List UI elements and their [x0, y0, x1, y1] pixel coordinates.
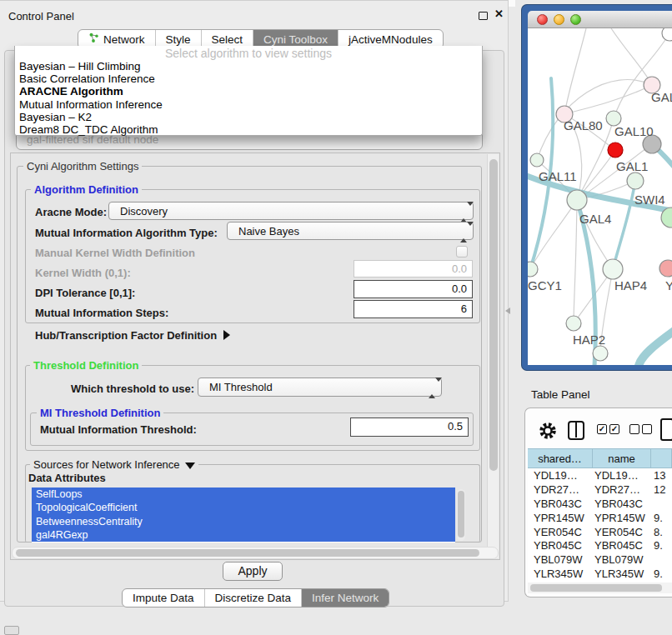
which-threshold-value: MI Threshold — [209, 381, 273, 393]
threshold-definition-label: Threshold Definition — [30, 359, 142, 372]
mi-type-label: Mutual Information Algorithm Type: — [35, 227, 218, 239]
column-header-cut[interactable] — [651, 449, 672, 468]
table-hscroll-thumb[interactable] — [530, 584, 662, 592]
table-cell: YDR27… — [528, 483, 593, 496]
traffic-light-minimize-icon[interactable] — [554, 14, 564, 25]
mi-threshold-field[interactable]: 0.5 — [350, 418, 469, 437]
network-icon — [88, 32, 99, 46]
tab-infer-network[interactable]: Infer Network — [301, 589, 389, 607]
kernel-width-label: Kernel Width (0,1): — [35, 267, 131, 279]
algorithm-option-mutual-information-inference[interactable]: Mutual Information Inference — [15, 98, 482, 111]
network-window-titlebar[interactable] — [528, 11, 672, 28]
node-label-swi4: SWI4 — [634, 192, 665, 207]
network-node-gcy1[interactable] — [528, 262, 538, 277]
hub-definition-expander[interactable]: Hub/Transcription Factor Definition — [35, 329, 230, 342]
gear-icon[interactable] — [538, 420, 558, 445]
algorithm-option-dream8-dc-tdc-algorithm[interactable]: Dream8 DC_TDC Algorithm — [15, 123, 482, 136]
manual-kernel-checkbox[interactable] — [456, 246, 468, 258]
attributes-scrollbar[interactable] — [457, 489, 465, 541]
mi-steps-field[interactable]: 6 — [354, 300, 473, 318]
network-node-gal4[interactable] — [567, 190, 587, 210]
kernel-width-field[interactable]: 0.0 — [354, 260, 473, 278]
table-cell: YBR045C — [593, 539, 651, 552]
apply-button[interactable]: Apply — [223, 562, 283, 581]
table-row[interactable]: YPR145WYPR145W9. — [528, 511, 672, 525]
network-node-hap4[interactable] — [603, 259, 623, 279]
column-header-shared[interactable]: shared… — [528, 449, 593, 468]
table-cell: YLR345W — [593, 568, 651, 580]
table-doc-icon[interactable] — [660, 418, 672, 441]
manual-kernel-label: Manual Kernel Width Definition — [35, 247, 195, 259]
bottom-tab-bar: Impute DataDiscretize DataInfer Network — [122, 588, 389, 608]
tab-label: Select — [212, 33, 243, 46]
hub-definition-label: Hub/Transcription Factor Definition — [35, 329, 217, 342]
tab-label: jActiveMNodules — [349, 33, 433, 46]
which-threshold-combo[interactable]: MI Threshold — [198, 378, 442, 397]
tab-discretize-data[interactable]: Discretize Data — [204, 589, 302, 607]
split-divider-arrow-icon[interactable] — [505, 308, 510, 314]
table-cell: YPR145W — [593, 512, 651, 524]
algorithm-option-basic-correlation-inference[interactable]: Basic Correlation Inference — [15, 72, 482, 85]
network-graph: GALGAL80GAL10GAL1GAL11SWI4GAL4GCY1HAP4YH… — [528, 28, 672, 365]
network-node-swi4[interactable] — [627, 172, 644, 189]
float-window-icon[interactable] — [479, 12, 488, 20]
attributes-scrollbar-thumb[interactable] — [458, 491, 464, 538]
mi-threshold-label: Mutual Information Threshold: — [40, 423, 197, 436]
table-row[interactable]: YLR345WYLR345W9. — [528, 567, 672, 581]
traffic-light-zoom-icon[interactable] — [570, 14, 581, 25]
settings-vertical-scrollbar[interactable] — [487, 154, 499, 558]
network-node-hap2[interactable] — [566, 316, 581, 331]
deselect-all-icon[interactable] — [629, 424, 639, 434]
algorithm-option-bayesian-hill-climbing[interactable]: Bayesian – Hill Climbing — [15, 60, 482, 72]
close-panel-icon[interactable]: ✕ — [494, 8, 504, 20]
table-row[interactable]: YBR043CYBR043C — [528, 497, 672, 511]
attribute-item-topologicalcoefficient[interactable]: TopologicalCoefficient — [32, 501, 455, 514]
table-row[interactable]: YBR045CYBR045C9. — [528, 538, 672, 552]
spinner-arrows-icon — [460, 206, 467, 218]
deselect-all-icon[interactable] — [642, 424, 652, 434]
select-all-checked-icon[interactable]: ✓ — [597, 424, 607, 434]
traffic-light-close-icon[interactable] — [537, 14, 548, 25]
column-header-name[interactable]: name — [593, 449, 651, 468]
network-node[interactable] — [593, 346, 608, 361]
select-all-checked-icon[interactable]: ✓ — [609, 424, 619, 434]
node-label-gal: GAL — [651, 90, 672, 104]
table-cell: YDR27… — [593, 483, 651, 496]
table-cell: 12 — [651, 483, 672, 496]
tab-label: Cyni Toolbox — [263, 33, 328, 46]
table-row[interactable]: YER054CYER054C8. — [528, 525, 672, 539]
table-cell: YBR043C — [528, 498, 593, 510]
sources-expander[interactable]: Sources for Network Inference — [30, 458, 198, 471]
table-row[interactable]: YBL079WYBL079W — [528, 552, 672, 567]
settings-horizontal-scrollbar[interactable] — [12, 547, 499, 559]
mi-type-combo[interactable]: Naive Bayes — [227, 222, 474, 240]
network-canvas[interactable]: GALGAL80GAL10GAL1GAL11SWI4GAL4GCY1HAP4YH… — [528, 28, 672, 365]
spinner-arrows-icon — [429, 382, 435, 394]
network-node-gal11[interactable] — [530, 153, 544, 167]
table-row[interactable]: YDL19…YDL19…13 — [528, 468, 672, 482]
collapse-down-icon — [185, 462, 195, 469]
settings-vscroll-thumb[interactable] — [489, 159, 498, 471]
aracne-mode-combo[interactable]: Discovery — [108, 202, 474, 220]
minimized-panel-icon[interactable] — [4, 626, 19, 635]
table-panel-title: Table Panel — [531, 388, 590, 401]
table-cell: 9. — [651, 568, 672, 580]
table-horizontal-scrollbar[interactable] — [528, 582, 672, 593]
table-cell: YER054C — [593, 526, 651, 538]
aracne-mode-label: Aracne Mode: — [35, 206, 107, 218]
settings-hscroll-thumb[interactable] — [16, 549, 479, 557]
attribute-item-betweennesscentrality[interactable]: BetweennessCentrality — [32, 515, 455, 528]
dpi-tolerance-field[interactable]: 0.0 — [354, 280, 473, 298]
attribute-item-gal4rgexp[interactable]: gal4RGexp — [32, 528, 455, 542]
node-label-y: Y — [665, 278, 672, 292]
tab-impute-data[interactable]: Impute Data — [123, 589, 204, 607]
table-row[interactable]: YDR27…YDR27…12 — [528, 482, 672, 497]
network-node-gal1[interactable] — [608, 142, 623, 158]
algorithm-option-bayesian-k2[interactable]: Bayesian – K2 — [15, 111, 482, 123]
attribute-item-selfloops[interactable]: SelfLoops — [32, 488, 455, 501]
network-node-y[interactable] — [659, 260, 672, 277]
columns-icon[interactable] — [568, 421, 584, 440]
algorithm-option-aracne-algorithm[interactable]: ARACNE Algorithm — [15, 85, 482, 98]
mi-threshold-group-label: MI Threshold Definition — [37, 407, 163, 419]
network-node[interactable] — [662, 28, 672, 41]
